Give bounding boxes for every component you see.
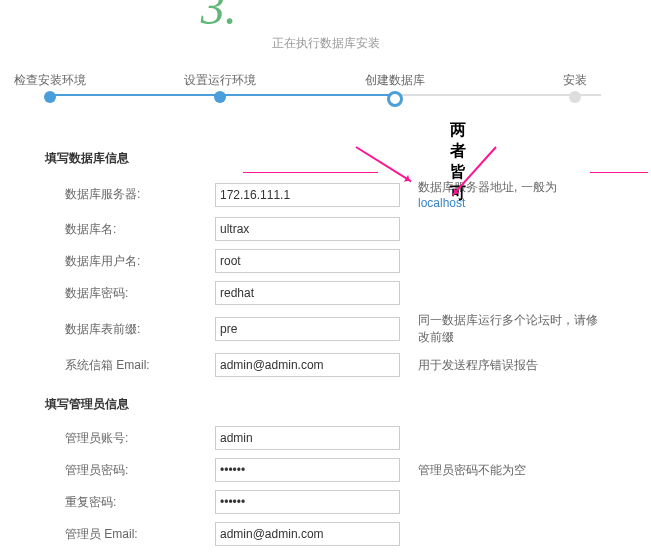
input-admin-pass[interactable]	[215, 458, 400, 482]
input-admin-user[interactable]	[215, 426, 400, 450]
input-db-pass[interactable]	[215, 281, 400, 305]
hint-admin-pass: 管理员密码不能为空	[418, 462, 606, 479]
section-db-title: 填写数据库信息	[45, 150, 606, 167]
input-db-user[interactable]	[215, 249, 400, 273]
step-label-check: 检查安装环境	[0, 72, 100, 89]
label-sys-email: 系统信箱 Email:	[45, 357, 215, 374]
label-admin-pass: 管理员密码:	[45, 462, 215, 479]
section-admin-title: 填写管理员信息	[45, 396, 606, 413]
step-label-env: 设置运行环境	[170, 72, 270, 89]
label-admin-user: 管理员账号:	[45, 430, 215, 447]
step-dot-env	[214, 91, 226, 103]
label-admin-pass2: 重复密码:	[45, 494, 215, 511]
step-label-db: 创建数据库	[345, 72, 445, 89]
input-db-prefix[interactable]	[215, 317, 400, 341]
step-dot-install	[569, 91, 581, 103]
step-subtitle: 正在执行数据库安装	[0, 35, 651, 52]
step-dot-check	[44, 91, 56, 103]
link-localhost[interactable]: localhost	[418, 196, 465, 210]
input-sys-email[interactable]	[215, 353, 400, 377]
input-db-name[interactable]	[215, 217, 400, 241]
hint-sys-email: 用于发送程序错误报告	[418, 357, 606, 374]
label-db-host: 数据库服务器:	[45, 186, 215, 203]
step-label-install: 安装	[525, 72, 625, 89]
label-db-user: 数据库用户名:	[45, 253, 215, 270]
hint-db-host: 数据库服务器地址, 一般为 localhost	[418, 179, 606, 210]
label-db-name: 数据库名:	[45, 221, 215, 238]
hint-db-prefix: 同一数据库运行多个论坛时，请修改前缀	[418, 312, 606, 346]
label-db-pass: 数据库密码:	[45, 285, 215, 302]
label-db-prefix: 数据库表前缀:	[45, 321, 215, 338]
step-number: 3.	[201, 0, 237, 35]
wizard-header: 3. 安装数据库 正在执行数据库安装	[0, 0, 651, 62]
input-admin-pass2[interactable]	[215, 490, 400, 514]
label-admin-email: 管理员 Email:	[45, 526, 215, 543]
input-admin-email[interactable]	[215, 522, 400, 546]
step-dot-db	[387, 91, 403, 107]
progress-steps: 检查安装环境 设置运行环境 创建数据库 安装	[30, 72, 621, 122]
input-db-host[interactable]	[215, 183, 400, 207]
